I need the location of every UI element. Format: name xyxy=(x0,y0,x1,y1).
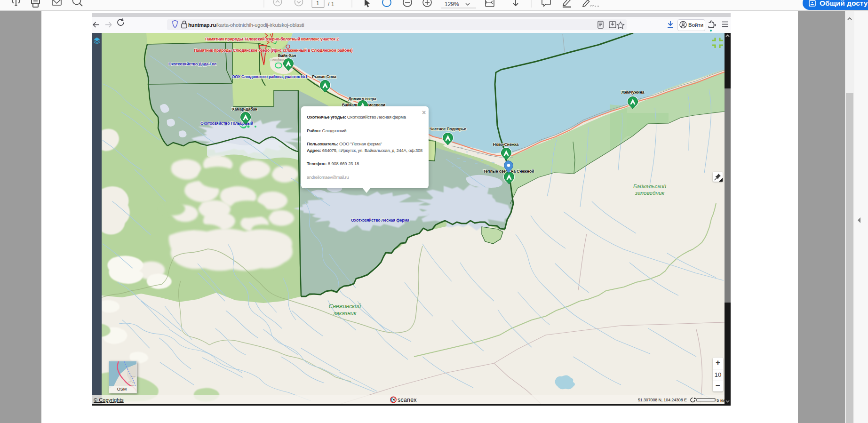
svg-text:Хамар-Дабан: Хамар-Дабан xyxy=(232,107,257,112)
svg-text:OSM: OSM xyxy=(117,387,127,391)
svg-text:/ 1: / 1 xyxy=(328,1,334,8)
svg-text:scanex: scanex xyxy=(398,397,417,403)
svg-text:Ново-Снежка: Ново-Снежка xyxy=(493,142,519,147)
svg-text:Байк-Хан: Байк-Хан xyxy=(278,53,296,58)
svg-text:5 км: 5 км xyxy=(717,398,725,403)
svg-text:ООУ Слюдянского района, участо: ООУ Слюдянского района, участок №1 xyxy=(232,74,308,79)
svg-text:Рыжая Сова: Рыжая Сова xyxy=(312,74,336,79)
svg-text:Охотхозяйство Лесная ферма: Охотхозяйство Лесная ферма xyxy=(351,218,409,223)
svg-text:129%: 129% xyxy=(445,1,459,8)
svg-text:заказник: заказник xyxy=(333,310,357,317)
svg-text:Снежинский: Снежинский xyxy=(329,303,361,310)
svg-text:заповедник: заповедник xyxy=(635,190,665,196)
svg-text:Памятник природы Слюдянское оз: Памятник природы Слюдянское озеро (Ирис … xyxy=(194,48,353,53)
svg-text:Жемчужина: Жемчужина xyxy=(621,90,645,95)
svg-text:Общий доступ: Общий доступ xyxy=(820,0,868,7)
svg-text:Байкальский: Байкальский xyxy=(633,183,667,190)
svg-text:Войти: Войти xyxy=(688,22,703,28)
svg-text:Памятник природы Таловский озе: Памятник природы Таловский озерно-болотн… xyxy=(205,37,339,41)
svg-text:1: 1 xyxy=(316,0,319,7)
svg-text:Частное Подворье: Частное Подворье xyxy=(430,127,466,131)
svg-text:Охотхозяйство Дада-Гол: Охотхозяйство Дада-Гол xyxy=(168,62,216,66)
